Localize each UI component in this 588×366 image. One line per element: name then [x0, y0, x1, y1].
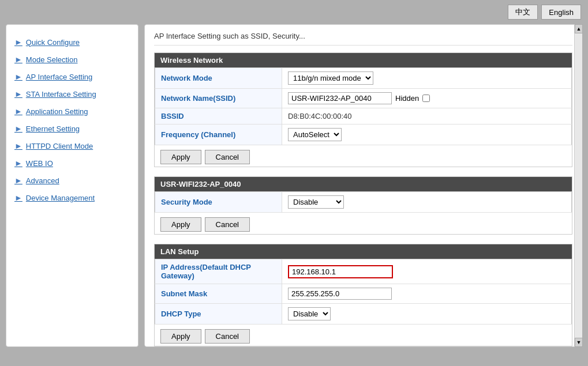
- arrow-icon: ►: [14, 37, 23, 47]
- scrollbar[interactable]: ▲ ▼: [574, 24, 582, 347]
- sidebar-label: AP Interface Setting: [26, 73, 92, 81]
- sidebar-item-mode-selection[interactable]: ►Mode Selection: [12, 51, 132, 68]
- static-text-0-2: D8:B0:4C:00:00:40: [288, 112, 352, 120]
- hidden-checkbox[interactable]: [422, 95, 430, 102]
- arrow-icon: ►: [14, 72, 23, 81]
- sidebar: ►Quick Configure►Mode Selection►AP Inter…: [6, 24, 138, 347]
- sidebar-label: Advanced: [26, 176, 59, 185]
- sidebar-label: HTTPD Client Mode: [26, 142, 93, 150]
- form-table-lan-setup: IP Address(Default DHCP Gateway)Subnet M…: [155, 259, 572, 325]
- sidebar-item-httpd-client-mode[interactable]: ►HTTPD Client Mode: [12, 137, 132, 154]
- main-container: ►Quick Configure►Mode Selection►AP Inter…: [6, 24, 582, 347]
- field-label-0-1: Network Name(SSID): [155, 89, 282, 108]
- field-row-2-1: Subnet Mask: [155, 284, 572, 304]
- sidebar-item-advanced[interactable]: ►Advanced: [12, 172, 132, 189]
- field-value-0-2: D8:B0:4C:00:00:40: [282, 108, 572, 124]
- field-label-2-1: Subnet Mask: [155, 284, 282, 304]
- sidebar-label: Application Setting: [26, 107, 88, 116]
- chinese-lang-button[interactable]: 中文: [508, 5, 538, 20]
- page-description: AP Interface Setting such as SSID, Secur…: [154, 32, 572, 46]
- section-usr-wifi232: USR-WIFI232-AP_0040Security ModeDisableW…: [154, 176, 572, 235]
- section-wireless-network: Wireless NetworkNetwork Mode11b/g/n mixe…: [154, 52, 572, 167]
- top-bar: 中文 English: [0, 0, 588, 24]
- sidebar-label: Ethernet Setting: [26, 124, 80, 133]
- sidebar-label: Quick Configure: [26, 38, 80, 47]
- field-value-0-3: AutoSelect1234567891011: [282, 124, 572, 145]
- field-value-2-1: [282, 284, 572, 304]
- sidebar-item-ap-interface-setting[interactable]: ►AP Interface Setting: [12, 68, 132, 85]
- apply-3-button[interactable]: Apply: [160, 329, 201, 344]
- sidebar-item-web-io[interactable]: ►WEB IO: [12, 154, 132, 172]
- field-row-0-0: Network Mode11b/g/n mixed mode11b only11…: [155, 68, 572, 89]
- cancel-1-button[interactable]: Cancel: [205, 150, 250, 164]
- field-row-0-3: Frequency (Channel)AutoSelect12345678910…: [155, 124, 572, 145]
- section-header-usr-wifi232: USR-WIFI232-AP_0040: [155, 177, 572, 191]
- sidebar-item-application-setting[interactable]: ►Application Setting: [12, 103, 132, 120]
- field-value-0-0: 11b/g/n mixed mode11b only11g only11n on…: [282, 68, 572, 89]
- sidebar-item-quick-configure[interactable]: ►Quick Configure: [12, 33, 132, 51]
- apply-1-button[interactable]: Apply: [160, 150, 201, 164]
- section-header-wireless-network: Wireless Network: [155, 53, 572, 67]
- input-2-0[interactable]: [288, 265, 393, 278]
- form-table-usr-wifi232: Security ModeDisableWPA-PSKWPA2-PSK: [155, 191, 572, 213]
- scroll-up-button[interactable]: ▲: [575, 24, 583, 33]
- sidebar-item-sta-interface-setting[interactable]: ►STA Interface Setting: [12, 85, 132, 103]
- field-value-1-0: DisableWPA-PSKWPA2-PSK: [282, 192, 572, 213]
- button-row-usr-wifi232: ApplyCancel: [155, 213, 572, 234]
- field-row-1-0: Security ModeDisableWPA-PSKWPA2-PSK: [155, 192, 572, 213]
- button-row-wireless-network: ApplyCancel: [155, 145, 572, 167]
- arrow-icon: ►: [14, 176, 23, 185]
- apply-2-button[interactable]: Apply: [160, 217, 201, 232]
- content-area: AP Interface Setting such as SSID, Secur…: [144, 24, 582, 347]
- field-label-2-0: IP Address(Default DHCP Gateway): [155, 259, 282, 284]
- sidebar-item-device-management[interactable]: ►Device Management: [12, 189, 132, 206]
- sidebar-label: Device Management: [26, 194, 95, 202]
- field-row-0-1: Network Name(SSID)Hidden: [155, 89, 572, 108]
- arrow-icon: ►: [14, 55, 23, 64]
- field-row-0-2: BSSIDD8:B0:4C:00:00:40: [155, 108, 572, 124]
- field-label-0-0: Network Mode: [155, 68, 282, 89]
- hidden-row-0-1: Hidden: [288, 92, 565, 104]
- arrow-icon: ►: [14, 141, 23, 150]
- button-row-lan-setup: ApplyCancel: [155, 325, 572, 346]
- sidebar-item-ethernet-setting[interactable]: ►Ethernet Setting: [12, 120, 132, 137]
- field-row-2-2: DHCP TypeDisableServerClient: [155, 304, 572, 325]
- input-2-1[interactable]: [288, 288, 392, 300]
- cancel-3-button[interactable]: Cancel: [205, 329, 250, 344]
- form-table-wireless-network: Network Mode11b/g/n mixed mode11b only11…: [155, 67, 572, 145]
- hidden-label: Hidden: [395, 94, 419, 103]
- field-label-0-2: BSSID: [155, 108, 282, 124]
- field-label-0-3: Frequency (Channel): [155, 124, 282, 145]
- sidebar-label: Mode Selection: [26, 55, 78, 64]
- field-value-2-2: DisableServerClient: [282, 304, 572, 325]
- sidebar-label: STA Interface Setting: [26, 90, 96, 99]
- field-label-2-2: DHCP Type: [155, 304, 282, 325]
- arrow-icon: ►: [14, 107, 23, 116]
- english-lang-button[interactable]: English: [541, 5, 581, 20]
- field-value-2-0: [282, 259, 572, 284]
- select-0-0[interactable]: 11b/g/n mixed mode11b only11g only11n on…: [288, 71, 373, 85]
- field-label-1-0: Security Mode: [155, 192, 282, 213]
- select-1-0[interactable]: DisableWPA-PSKWPA2-PSK: [288, 195, 344, 209]
- scroll-down-button[interactable]: ▼: [575, 338, 583, 347]
- arrow-icon: ►: [14, 89, 23, 99]
- field-value-0-1: Hidden: [282, 89, 572, 108]
- input-0-1[interactable]: [288, 92, 392, 104]
- arrow-icon: ►: [14, 159, 23, 168]
- cancel-2-button[interactable]: Cancel: [205, 217, 250, 232]
- section-header-lan-setup: LAN Setup: [155, 244, 572, 259]
- section-lan-setup: LAN SetupIP Address(Default DHCP Gateway…: [154, 244, 572, 346]
- select-0-3[interactable]: AutoSelect1234567891011: [288, 128, 342, 141]
- content-inner: AP Interface Setting such as SSID, Secur…: [145, 25, 582, 347]
- sidebar-label: WEB IO: [26, 159, 53, 168]
- select-2-2[interactable]: DisableServerClient: [288, 307, 331, 320]
- field-row-2-0: IP Address(Default DHCP Gateway): [155, 259, 572, 284]
- arrow-icon: ►: [14, 193, 23, 202]
- arrow-icon: ►: [14, 124, 23, 133]
